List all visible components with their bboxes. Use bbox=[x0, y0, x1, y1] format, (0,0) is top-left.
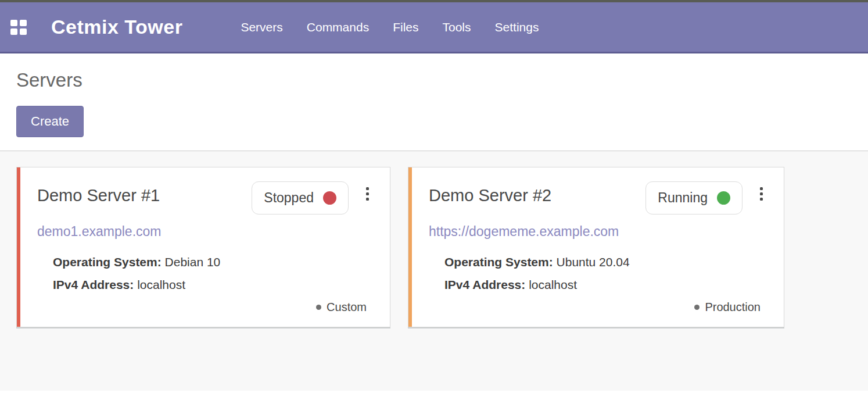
card-color-stripe bbox=[408, 167, 412, 327]
tag-dot-icon bbox=[694, 305, 700, 310]
server-details: Operating System: Ubuntu 20.04 IPv4 Addr… bbox=[429, 251, 765, 296]
server-details: Operating System: Debian 10 IPv4 Address… bbox=[37, 251, 371, 296]
page-title: Servers bbox=[16, 69, 868, 91]
card-color-stripe bbox=[17, 167, 20, 327]
tag-label: Custom bbox=[327, 301, 367, 314]
ip-value: localhost bbox=[529, 278, 577, 291]
ip-value: localhost bbox=[137, 278, 185, 291]
tag-dot-icon bbox=[316, 305, 321, 310]
ip-label: IPv4 Address: bbox=[53, 278, 134, 291]
nav-item-files[interactable]: Files bbox=[393, 20, 418, 34]
os-value: Debian 10 bbox=[165, 255, 221, 269]
card-header: Demo Server #1 Stopped bbox=[37, 181, 371, 215]
ip-label: IPv4 Address: bbox=[444, 278, 525, 291]
nav-item-settings[interactable]: Settings bbox=[495, 20, 539, 34]
nav-item-tools[interactable]: Tools bbox=[443, 20, 471, 34]
os-row: Operating System: Ubuntu 20.04 bbox=[444, 251, 765, 274]
status-label: Running bbox=[658, 190, 708, 206]
tag-label: Production bbox=[705, 301, 761, 314]
kebab-menu-icon[interactable] bbox=[758, 185, 765, 203]
nav-item-commands[interactable]: Commands bbox=[307, 20, 369, 34]
tag-badge: Production bbox=[694, 301, 761, 314]
control-panel: Servers Create bbox=[0, 53, 868, 151]
status-dot-icon bbox=[717, 191, 730, 205]
server-name: Demo Server #2 bbox=[429, 181, 645, 205]
os-row: Operating System: Debian 10 bbox=[53, 251, 371, 274]
ip-row: IPv4 Address: localhost bbox=[53, 274, 371, 296]
server-card[interactable]: Demo Server #2 Running https://dogememe.… bbox=[408, 167, 784, 327]
app-header: Cetmix Tower Servers Commands Files Tool… bbox=[0, 2, 868, 53]
main-nav: Servers Commands Files Tools Settings bbox=[241, 20, 539, 34]
os-label: Operating System: bbox=[53, 255, 162, 269]
tag-badge: Custom bbox=[316, 301, 367, 314]
server-url-link[interactable]: demo1.example.com bbox=[37, 224, 162, 240]
nav-item-servers[interactable]: Servers bbox=[241, 20, 282, 34]
status-toggle-button[interactable]: Running bbox=[645, 181, 743, 215]
ip-row: IPv4 Address: localhost bbox=[444, 274, 765, 296]
kebab-menu-icon[interactable] bbox=[364, 185, 371, 203]
os-value: Ubuntu 20.04 bbox=[557, 255, 630, 269]
status-label: Stopped bbox=[264, 190, 314, 206]
kanban-area: Demo Server #1 Stopped demo1.example.com… bbox=[0, 151, 868, 391]
server-name: Demo Server #1 bbox=[37, 181, 252, 205]
apps-grid-icon[interactable] bbox=[10, 20, 27, 35]
card-header: Demo Server #2 Running bbox=[429, 181, 765, 215]
server-url-link[interactable]: https://dogememe.example.com bbox=[429, 224, 619, 240]
status-dot-icon bbox=[323, 191, 336, 205]
os-label: Operating System: bbox=[444, 255, 553, 269]
brand-title[interactable]: Cetmix Tower bbox=[51, 16, 182, 38]
create-button[interactable]: Create bbox=[16, 106, 84, 137]
status-toggle-button[interactable]: Stopped bbox=[252, 181, 349, 215]
server-card[interactable]: Demo Server #1 Stopped demo1.example.com… bbox=[16, 167, 390, 327]
